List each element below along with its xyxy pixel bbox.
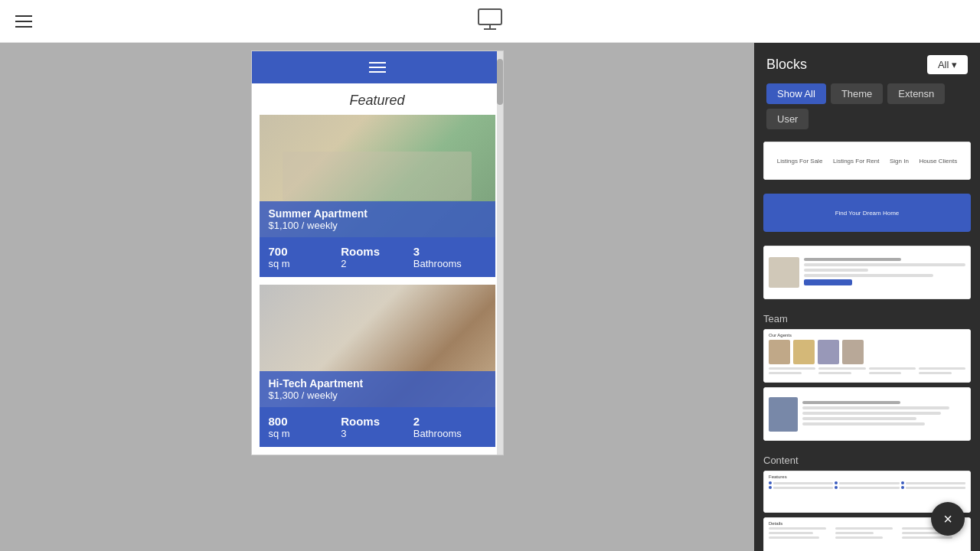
top-header (0, 0, 980, 43)
tab-show-all[interactable]: Show All (766, 83, 826, 104)
sidebar-header: Blocks All ▾ (754, 43, 980, 83)
block-thumb-hero[interactable]: Find Your Dream Home (763, 194, 971, 232)
mobile-scrollbar[interactable] (497, 51, 503, 455)
property-image-1: Summer Apartment $1,100 / weekly (260, 115, 495, 237)
tab-user[interactable]: User (766, 109, 808, 129)
all-dropdown-button[interactable]: All ▾ (927, 55, 968, 74)
thumb-avatar-2 (793, 340, 815, 364)
thumb-agent-photo (769, 397, 798, 432)
block-thumb-nav[interactable]: Listings For Sale Listings For Rent Sign… (763, 142, 971, 180)
thumb-team-info (769, 367, 965, 377)
property-card-2: Hi-Tech Apartment $1,300 / weekly 800 sq… (260, 285, 495, 447)
thumb-agent-info (802, 401, 965, 428)
team-section-label: Team (763, 313, 971, 324)
property-details-1: 700 sq m Rooms 2 3 Bathrooms (260, 237, 495, 277)
canvas-area: Featured Summer Apartment $1,100 / weekl… (0, 43, 754, 551)
block-section-content: Content Features (754, 452, 980, 551)
sidebar-title: Blocks (766, 57, 807, 73)
tab-extension[interactable]: Extensn (887, 83, 945, 104)
property-name-1: Summer Apartment (269, 207, 486, 220)
property-card-1: Summer Apartment $1,100 / weekly 700 sq … (260, 115, 495, 277)
blocks-sidebar: Blocks All ▾ Show All Theme Extensn User… (754, 43, 980, 551)
close-button[interactable]: × (931, 502, 965, 536)
content-section-label: Content (763, 455, 971, 466)
block-section-listing (754, 243, 980, 310)
block-section-team: Team Our Agents (754, 310, 980, 452)
thumb-line-btn (804, 279, 852, 285)
property-bathrooms-1: 3 Bathrooms (413, 245, 486, 269)
thumb-line-title (804, 258, 901, 261)
property-image-2: Hi-Tech Apartment $1,300 / weekly (260, 285, 495, 407)
property-overlay-1: Summer Apartment $1,100 / weekly (260, 201, 495, 237)
filter-tabs-container: Show All Theme Extensn User (754, 83, 980, 139)
thumb-hero-content: Find Your Dream Home (763, 194, 971, 232)
thumb-avatar-3 (818, 340, 839, 364)
svg-rect-0 (479, 9, 501, 24)
property-price-2: $1,300 / weekly (269, 390, 486, 401)
mobile-preview: Featured Summer Apartment $1,100 / weekl… (251, 51, 504, 455)
thumb-line-sub3 (804, 274, 933, 277)
block-thumb-team-grid[interactable]: Our Agents (763, 329, 971, 383)
thumb-line-sub2 (804, 269, 868, 272)
block-section-nav: Listings For Sale Listings For Rent Sign… (754, 139, 980, 191)
hamburger-menu[interactable] (15, 15, 32, 28)
block-section-hero: Find Your Dream Home (754, 191, 980, 243)
property-size-1: 700 sq m (269, 245, 341, 269)
thumb-agent-content (763, 387, 971, 441)
scrollbar-thumb[interactable] (497, 59, 503, 105)
property-bathrooms-2: 2 Bathrooms (413, 415, 486, 439)
property-price-1: $1,100 / weekly (269, 220, 486, 231)
thumb-agent-name (802, 401, 900, 404)
thumb-listing-image (769, 257, 799, 288)
thumb-team-content: Our Agents (763, 329, 971, 383)
thumb-line-sub1 (804, 263, 965, 266)
monitor-icon (476, 6, 504, 37)
thumb-listing-info (804, 258, 965, 288)
block-thumb-listing[interactable] (763, 246, 971, 299)
property-size-2: 800 sq m (269, 415, 341, 439)
thumb-avatar-1 (769, 340, 790, 364)
thumb-listing-content (763, 246, 971, 299)
thumb-team-row (769, 340, 965, 364)
block-thumb-agent-profile[interactable] (763, 387, 971, 441)
property-overlay-2: Hi-Tech Apartment $1,300 / weekly (260, 371, 495, 407)
tab-theme[interactable]: Theme (831, 83, 883, 104)
property-rooms-2: Rooms 3 (341, 415, 413, 439)
main-layout: Featured Summer Apartment $1,100 / weekl… (0, 43, 980, 551)
property-details-2: 800 sq m Rooms 3 2 Bathrooms (260, 407, 495, 447)
thumb-features-grid (769, 481, 965, 489)
thumb-avatar-4 (842, 340, 864, 364)
mobile-nav-bar (252, 51, 503, 83)
thumb-nav-content: Listings For Sale Listings For Rent Sign… (763, 142, 971, 180)
mobile-hamburger-icon (369, 62, 386, 73)
featured-title: Featured (252, 83, 503, 115)
property-rooms-1: Rooms 2 (341, 245, 413, 269)
property-name-2: Hi-Tech Apartment (269, 377, 486, 390)
